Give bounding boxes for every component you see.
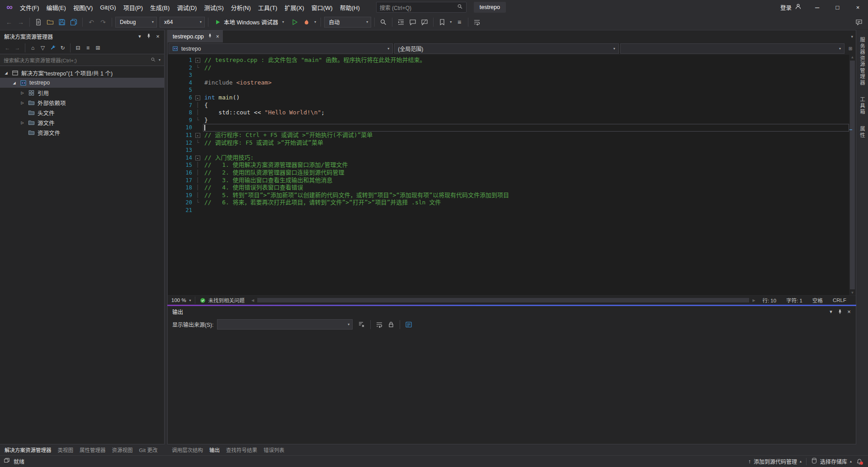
menu-item-编辑(E)[interactable]: 编辑(E) bbox=[43, 1, 70, 14]
close-icon[interactable]: × bbox=[216, 33, 219, 40]
chevron-down-icon[interactable]: ▾ bbox=[448, 20, 453, 24]
split-window-icon[interactable]: ⊞ bbox=[846, 43, 855, 54]
pin-icon[interactable] bbox=[144, 32, 153, 41]
menu-item-窗口(W)[interactable]: 窗口(W) bbox=[308, 1, 336, 14]
close-button[interactable]: × bbox=[848, 0, 868, 14]
word-wrap-icon[interactable] bbox=[374, 319, 385, 330]
add-to-source-control-button[interactable]: ↑ 添加到源代码管理 ▴ bbox=[748, 458, 802, 465]
right-tab-属性[interactable]: 属性 bbox=[859, 126, 866, 138]
panel-tab-Git 更改[interactable]: Git 更改 bbox=[136, 444, 161, 456]
zoom-dropdown[interactable]: 100 % ▾ bbox=[168, 297, 195, 303]
bookmark-icon[interactable] bbox=[437, 17, 448, 28]
scroll-up-icon[interactable]: ▲ bbox=[851, 55, 854, 59]
document-list-icon[interactable]: ▾ bbox=[851, 34, 853, 39]
tree-item-引用[interactable]: ▷引用 bbox=[0, 88, 164, 98]
pin-icon[interactable] bbox=[835, 307, 844, 316]
panel-tab-调用层次结构[interactable]: 调用层次结构 bbox=[169, 444, 206, 456]
new-project-icon[interactable] bbox=[33, 17, 44, 28]
tree-item-project-testrepo[interactable]: ◢testrepo bbox=[0, 78, 164, 88]
panel-tab-资源视图[interactable]: 资源视图 bbox=[109, 444, 136, 456]
tree-item-外部依赖项[interactable]: ▷外部依赖项 bbox=[0, 98, 164, 108]
code-editor[interactable]: 1-// testrepo.cpp : 此文件包含 "main" 函数。程序执行… bbox=[168, 55, 856, 295]
panel-tab-属性管理器[interactable]: 属性管理器 bbox=[76, 444, 109, 456]
collapse-all-icon[interactable]: ⊟ bbox=[73, 43, 83, 53]
window-position-icon[interactable]: ▾ bbox=[135, 32, 144, 41]
menu-item-视图(V)[interactable]: 视图(V) bbox=[70, 1, 96, 14]
save-icon[interactable] bbox=[57, 17, 67, 28]
scroll-lock-icon[interactable] bbox=[386, 319, 396, 330]
menu-item-工具(T)[interactable]: 工具(T) bbox=[255, 1, 281, 14]
auto-dropdown[interactable]: 自动 ▾ bbox=[324, 17, 371, 28]
fold-collapse-icon[interactable]: - bbox=[195, 133, 200, 138]
comment-icon[interactable] bbox=[407, 17, 418, 28]
panel-tab-错误列表[interactable]: 错误列表 bbox=[260, 444, 288, 456]
tree-item-资源文件[interactable]: 资源文件 bbox=[0, 127, 164, 137]
menu-item-测试(S)[interactable]: 测试(S) bbox=[200, 1, 227, 14]
scrollbar-thumb[interactable] bbox=[850, 61, 855, 289]
select-repository-button[interactable]: 选择存储库 ▴ bbox=[811, 458, 852, 465]
home-icon[interactable]: ⌂ bbox=[28, 43, 38, 53]
right-tab-服务器资源管理器[interactable]: 服务器资源管理器 bbox=[859, 37, 866, 86]
collapsed-arrow-icon[interactable]: ▷ bbox=[20, 101, 25, 105]
save-all-icon[interactable] bbox=[68, 17, 79, 28]
properties-icon[interactable] bbox=[48, 43, 57, 53]
menu-item-Git(G)[interactable]: Git(G) bbox=[96, 2, 119, 13]
messages-icon[interactable] bbox=[403, 319, 414, 330]
document-health-indicator[interactable]: 未找到相关问题 bbox=[195, 297, 250, 304]
tree-item-源文件[interactable]: ▷源文件 bbox=[0, 118, 164, 127]
scroll-down-icon[interactable]: ▼ bbox=[851, 291, 854, 295]
filter-icon[interactable]: ▽ bbox=[38, 43, 47, 53]
find-in-files-icon[interactable] bbox=[378, 17, 389, 28]
tab-testrepo-cpp[interactable]: testrepo.cpp × bbox=[168, 30, 223, 42]
editor-vertical-scrollbar[interactable]: ▲ ▼ bbox=[849, 55, 856, 295]
scroll-right-icon[interactable]: ▶ bbox=[750, 298, 757, 302]
solution-search-box[interactable]: 搜索解决方案资源管理器(Ctrl+;) ▾ bbox=[0, 54, 164, 66]
pin-icon[interactable] bbox=[208, 33, 212, 40]
uncomment-icon[interactable] bbox=[419, 17, 430, 28]
panel-tab-解决方案资源管理器[interactable]: 解决方案资源管理器 bbox=[1, 444, 55, 456]
eol-indicator[interactable]: CRLF bbox=[828, 297, 851, 303]
menu-item-分析(N)[interactable]: 分析(N) bbox=[227, 1, 255, 14]
refresh-icon[interactable]: ↻ bbox=[58, 43, 67, 53]
project-dropdown[interactable]: testrepo ▾ bbox=[169, 43, 393, 54]
scroll-left-icon[interactable]: ◀ bbox=[249, 298, 256, 302]
chevron-down-icon[interactable]: ▾ bbox=[313, 20, 317, 24]
sign-in-button[interactable]: 登录 bbox=[775, 3, 807, 12]
fold-column[interactable]: - bbox=[192, 132, 203, 139]
open-file-icon[interactable] bbox=[45, 17, 56, 28]
fold-collapse-icon[interactable]: - bbox=[195, 58, 200, 63]
menu-item-调试(D)[interactable]: 调试(D) bbox=[173, 1, 200, 14]
window-position-icon[interactable]: ▾ bbox=[826, 307, 835, 316]
tree-item-头文件[interactable]: 头文件 bbox=[0, 108, 164, 118]
member-dropdown[interactable]: ▾ bbox=[620, 43, 844, 54]
expanded-arrow-icon[interactable]: ◢ bbox=[4, 71, 9, 75]
menu-item-生成(B)[interactable]: 生成(B) bbox=[146, 1, 173, 14]
output-content[interactable] bbox=[168, 331, 856, 444]
fold-column[interactable]: - bbox=[192, 94, 203, 102]
scope-dropdown[interactable]: (全局范围) ▾ bbox=[394, 43, 618, 54]
platform-dropdown[interactable]: x64 ▾ bbox=[160, 17, 205, 28]
fold-collapse-icon[interactable]: - bbox=[195, 156, 200, 160]
menu-item-帮助(H)[interactable]: 帮助(H) bbox=[336, 1, 363, 14]
tree-item-solution-root[interactable]: ◢解决方案“testrepo”(1 个项目/共 1 个) bbox=[0, 68, 164, 78]
menu-item-文件(F)[interactable]: 文件(F) bbox=[16, 1, 43, 14]
start-debugging-button[interactable]: 本地 Windows 调试器 ▾ bbox=[212, 16, 288, 28]
editor-horizontal-scrollbar[interactable]: ◀ ▶ bbox=[249, 296, 757, 305]
fold-collapse-icon[interactable]: - bbox=[195, 95, 200, 100]
panel-tab-类视图[interactable]: 类视图 bbox=[55, 444, 77, 456]
menu-item-扩展(X)[interactable]: 扩展(X) bbox=[281, 1, 307, 14]
collapsed-arrow-icon[interactable]: ▷ bbox=[20, 121, 25, 125]
close-icon[interactable]: × bbox=[844, 307, 854, 316]
show-all-files-icon[interactable]: ≡ bbox=[83, 43, 93, 53]
global-search-box[interactable]: 搜索 (Ctrl+Q) bbox=[376, 2, 467, 13]
panel-tab-查找符号结果[interactable]: 查找符号结果 bbox=[223, 444, 260, 456]
output-source-dropdown[interactable]: ▾ bbox=[217, 319, 353, 330]
expanded-arrow-icon[interactable]: ◢ bbox=[12, 81, 17, 85]
scrollbar-thumb[interactable] bbox=[257, 298, 749, 302]
indent-icon[interactable] bbox=[396, 17, 406, 28]
chevron-down-icon[interactable]: ▾ bbox=[159, 58, 160, 62]
menu-item-项目(P)[interactable]: 项目(P) bbox=[120, 1, 146, 14]
background-tasks-icon[interactable] bbox=[4, 458, 10, 465]
start-without-debugging-icon[interactable] bbox=[289, 17, 300, 28]
collapsed-arrow-icon[interactable]: ▷ bbox=[20, 91, 25, 95]
